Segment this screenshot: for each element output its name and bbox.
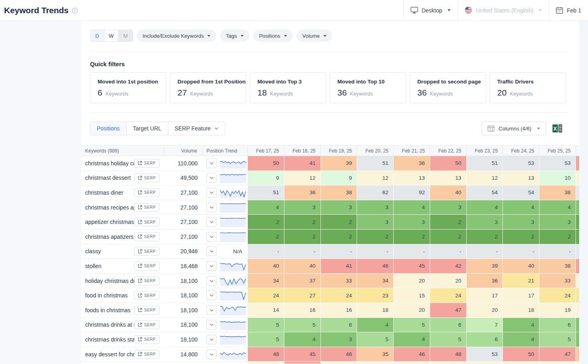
expand-row-button[interactable] [206,203,216,212]
volume-cell: 18,100 [164,307,203,313]
keyword-cell: classySERP [81,247,164,256]
expand-row-button[interactable] [206,335,216,344]
serp-link-button[interactable]: SERP [134,232,159,241]
expand-row-button[interactable] [206,159,216,168]
expand-row-button[interactable] [206,305,216,315]
position-cell: 4 [539,200,576,215]
keyword-cell: holiday christmas drin...SERP [81,277,164,285]
volume-filter[interactable]: Volume [297,30,332,42]
include-exclude-keywords-filter[interactable]: Include/Exclude Keywords [137,30,216,42]
serp-link-button[interactable]: SERP [134,306,159,315]
caret-down-icon [323,35,327,37]
serp-link-button[interactable]: SERP [134,291,159,300]
quick-filter-traffic-drivers[interactable]: Traffic Drivers 20Keywords [490,72,566,103]
position-cell: 4 [248,200,284,215]
trend-cell [203,334,248,345]
granularity-toggle: D W M [90,30,133,42]
tags-filter[interactable]: Tags [220,30,249,42]
external-link-icon [138,293,142,298]
positions-filter[interactable]: Positions [253,30,293,42]
position-cell: 13 [430,171,467,186]
device-selector[interactable]: Desktop [403,0,457,20]
position-cell: 17 [467,288,503,303]
volume-cell: 27,100 [164,234,203,240]
volume-cell: 18,100 [164,292,203,299]
expand-row-button[interactable] [206,232,216,242]
count: 20 [497,88,506,98]
position-cell-partial [576,215,579,230]
quick-filter-moved-into-top3[interactable]: Moved into Top 3 18Keywords [250,72,326,103]
granularity-day-button[interactable]: D [90,30,104,41]
count: 18 [257,88,267,98]
granularity-month-button[interactable]: M [118,30,133,41]
position-cell: 20 [467,303,503,318]
expand-row-button[interactable] [206,246,216,256]
granularity-week-button[interactable]: W [104,30,118,41]
right-strip [579,21,588,364]
date-range-selector[interactable]: Feb 1 [549,0,588,20]
quick-filter-moved-into-top10[interactable]: Moved into Top 10 36Keywords [330,72,406,103]
keyword-cell: christmas holiday coo...SERP [81,159,164,168]
external-link-icon [138,176,142,180]
position-cell: - [321,244,357,259]
position-cell: 15 [394,288,430,303]
column-header-date: Feb 17, 25 [248,146,284,156]
position-cell: 4 [394,332,430,347]
external-link-icon [138,234,142,239]
serp-link-button[interactable]: SERP [134,159,159,168]
date-range-label: Feb 1 [567,7,581,14]
position-cell: 35 [357,347,394,362]
quick-filter-moved-into-1st[interactable]: Moved into 1st position 6Keywords [90,72,166,103]
position-cell: 3 [503,215,539,230]
locale-selector[interactable]: United States (English) [457,0,549,20]
serp-link-button[interactable]: SERP [134,218,159,226]
serp-link-button[interactable]: SERP [134,262,159,270]
serp-link-button[interactable]: SERP [134,247,159,256]
keyword-cell: christmas dinerSERP [81,188,164,197]
device-label: Desktop [422,7,442,14]
serp-link-button[interactable]: SERP [134,277,159,285]
keyword-label: easy dessert for christ... [85,351,134,358]
expand-row-button[interactable] [206,276,216,286]
quick-filter-dropped-second-page[interactable]: Dropped to second page 36Keywords [410,72,486,103]
expand-row-button[interactable] [206,261,216,271]
columns-selector[interactable]: Columns (4/6) [482,122,546,135]
position-cell: 24 [321,288,357,303]
serp-label: SERP [144,220,156,224]
tab-target-url[interactable]: Target URL [127,122,168,135]
position-cell: 24 [539,288,576,303]
trend-cell [203,305,248,315]
expand-row-button[interactable] [206,291,216,300]
position-cell: 34 [248,274,284,289]
serp-label: SERP [144,234,156,239]
page-title: Keyword Trends [4,6,69,15]
serp-link-button[interactable]: SERP [134,350,159,359]
position-cell: 3 [357,200,394,215]
row-left: food in christmasSERP18,100 [81,288,248,303]
serp-link-button[interactable]: SERP [134,335,159,344]
position-cell: 2 [430,230,467,244]
position-cell [321,362,357,364]
tab-positions[interactable]: Positions [90,122,127,135]
quick-filter-dropped-from-1st[interactable]: Dropped from 1st Position 27Keywords [170,72,246,103]
expand-row-button[interactable] [206,188,216,197]
serp-link-button[interactable]: SERP [134,173,159,182]
external-link-icon [138,279,142,283]
serp-link-button[interactable]: SERP [134,320,159,329]
expand-row-button[interactable] [206,350,216,359]
tab-serp-feature[interactable]: SERP Feature [168,122,225,135]
chevron-down-icon [214,127,218,130]
serp-label: SERP [144,352,156,356]
row-left: christmas apatizersSERP27,100 [81,230,248,244]
expand-row-button[interactable] [206,217,216,227]
serp-link-button[interactable]: SERP [134,188,159,197]
column-header-keywords: Keywords (989) [81,146,164,156]
position-cell: 45 [394,259,430,274]
position-cell: 12 [284,171,321,186]
serp-link-button[interactable]: SERP [134,203,159,212]
export-excel-button[interactable]: X [552,124,562,133]
external-link-icon [138,337,142,342]
expand-row-button[interactable] [206,320,216,329]
expand-row-button[interactable] [206,173,216,183]
info-icon[interactable] [72,8,78,14]
